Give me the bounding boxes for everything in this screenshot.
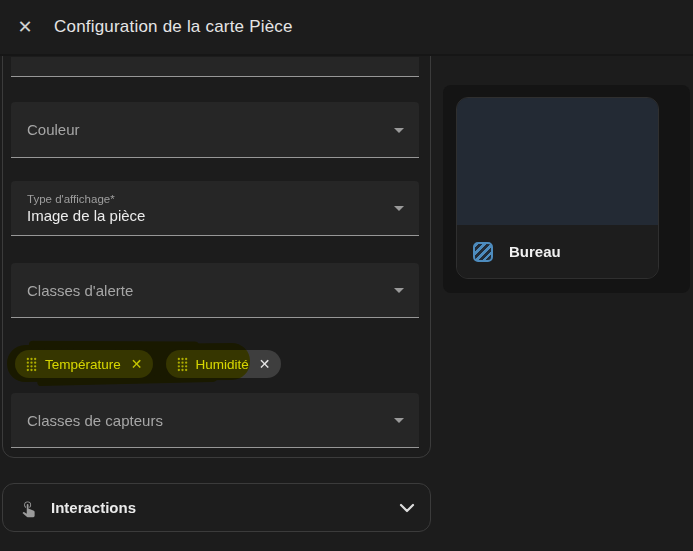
chip-remove-icon[interactable]: ✕ [131,356,143,372]
interactions-label: Interactions [51,499,136,516]
close-icon[interactable]: ✕ [10,12,40,42]
chip-temperature[interactable]: Température ✕ [15,350,153,378]
type-affichage-select[interactable]: Type d'affichage* Image de la pièce [11,181,419,236]
card-config-dialog: ✕ Configuration de la carte Pièce Couleu… [0,0,693,551]
room-image-placeholder [457,98,658,225]
room-card-footer: Bureau [457,225,658,278]
dropdown-caret-icon [394,206,404,211]
couleur-label: Couleur [27,121,80,138]
couleur-select[interactable]: Couleur [11,102,419,158]
chip-humidite[interactable]: Humidité ✕ [166,350,281,378]
dialog-title: Configuration de la carte Pièce [54,17,293,37]
chip-label: Température [45,357,121,372]
type-affichage-label: Type d'affichage* [27,193,115,205]
gesture-tap-icon [18,497,39,518]
chip-remove-icon[interactable]: ✕ [259,356,271,372]
interactions-expander[interactable]: Interactions [2,483,431,532]
dropdown-caret-icon [394,128,404,133]
chip-label: Humidité [196,357,249,372]
room-name: Bureau [509,243,561,260]
dialog-header: ✕ Configuration de la carte Pièce [0,0,693,56]
classes-capteurs-select[interactable]: Classes de capteurs [11,393,419,448]
room-card-preview[interactable]: Bureau [456,97,659,279]
scrolled-field-partial[interactable] [11,57,419,77]
classes-alerte-label: Classes d'alerte [27,282,133,299]
chevron-down-icon [399,503,415,513]
classes-alerte-select[interactable]: Classes d'alerte [11,263,419,318]
image-placeholder-icon [473,242,493,262]
type-affichage-value: Image de la pièce [27,207,145,224]
classes-capteurs-label: Classes de capteurs [27,412,163,429]
drag-handle-icon[interactable] [26,357,37,372]
selected-chips-row: Température ✕ Humidité ✕ [15,350,281,378]
dropdown-caret-icon [394,288,404,293]
dropdown-caret-icon [394,418,404,423]
drag-handle-icon[interactable] [177,357,188,372]
